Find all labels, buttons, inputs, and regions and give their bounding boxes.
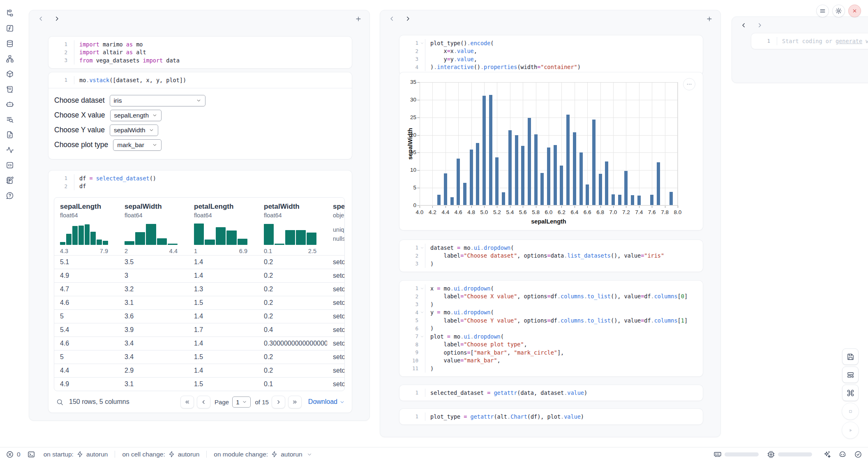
keyboard-shortcuts-button[interactable] [842,385,859,401]
column-next-icon[interactable] [53,15,60,22]
menu-button[interactable] [816,5,829,17]
chart-bar [579,152,583,205]
table-cell: 0.2 [258,256,327,269]
column-next-icon[interactable] [756,22,763,29]
y-value-select[interactable]: sepalWidth [110,124,158,136]
file-tree-icon[interactable] [6,9,14,17]
fold-spacer [419,350,425,355]
chart-bar [599,174,602,205]
last-page-button[interactable] [288,396,302,408]
chart-actions-button[interactable] [683,78,695,90]
line-number: 1 [48,175,67,181]
error-count-badge[interactable]: 0 [6,450,21,459]
table-row[interactable]: 4.931.40.2setosa [54,269,344,282]
table-row[interactable]: 53.41.50.2setosa [54,350,344,364]
table-row[interactable]: 4.63.41.40.30000000000000004setosa [54,337,344,350]
table-row[interactable]: 53.61.40.2setosa [54,309,344,323]
table-cell: 3.5 [119,256,188,269]
first-page-button[interactable] [180,396,194,408]
package-icon[interactable] [6,70,14,78]
save-button[interactable] [842,348,859,365]
help-icon[interactable] [6,191,14,200]
column-header-sepalWidth[interactable]: sepalWidthfloat64 24.4 [119,198,188,255]
copilot-icon[interactable] [838,450,847,459]
run-button[interactable] [842,422,859,439]
plot-type-select[interactable]: mark_bar [113,139,162,151]
column-prev-icon[interactable] [37,15,44,22]
zap-icon [168,451,175,458]
cell-imports: 1import marimo as mo2import altair as al… [48,37,352,68]
code-editor[interactable]: 1mo.vstack([dataset, x, y, plot]) [48,72,352,88]
shutdown-button[interactable] [848,5,861,17]
layout-button[interactable] [842,366,859,383]
table-row[interactable]: 4.63.11.50.2setosa [54,296,344,309]
next-page-button[interactable] [272,396,285,408]
chart-bar [476,143,479,205]
chart-bar [605,161,608,205]
page-select[interactable]: 1 [232,396,251,408]
column-histogram [125,221,178,245]
altair-chart[interactable]: 4.04.24.44.64.85.05.25.45.65.86.06.26.46… [399,72,703,230]
table-cell: 4.4 [54,364,119,377]
chevron-down-icon [307,452,312,457]
chevron-down-icon [152,113,157,118]
x-value-label: Choose X value [54,111,105,120]
logs-icon[interactable] [6,85,14,93]
snippets-icon[interactable] [6,131,14,139]
tracing-icon[interactable] [6,146,14,154]
table-cell: setosa [327,350,345,364]
prev-page-button[interactable] [197,396,210,408]
runtime-config-2[interactable]: on module change: autorun [214,451,312,458]
column-header-petalWidth[interactable]: petalWidthfloat64 0.12.5 [258,198,327,255]
table-row[interactable]: 4.93.11.50.1setosa [54,377,344,391]
notebook-column-2: 1plot_type().encode(2 x=x.value,3 y=y.va… [380,10,721,437]
code-editor[interactable]: 1 Start coding or generate with [751,33,868,49]
line-number: 4 [399,64,418,70]
chart-bar [508,130,512,205]
terminal-icon[interactable] [27,450,35,459]
connection-status-icon[interactable] [854,450,862,459]
scratchpad-icon[interactable] [6,115,14,124]
runtime-config-0[interactable]: on startup: autorun [44,451,108,458]
code-editor[interactable]: 1selected_dataset = getattr(data, datase… [399,385,703,401]
chatbot-icon[interactable] [6,100,14,108]
code-icon[interactable] [6,161,14,169]
chart-bar [547,148,550,205]
add-cell-icon[interactable] [355,15,362,23]
generate-link[interactable]: generate [836,38,862,44]
code-editor[interactable]: 1dataset = mo.ui.dropdown(2 label="Choos… [399,240,703,272]
code-editor[interactable]: 1plot_type = getattr(alt.Chart(df), plot… [399,409,703,424]
dependency-graph-icon[interactable] [6,55,14,63]
line-number: 3 [399,301,418,307]
database-icon[interactable] [6,39,14,48]
code-editor[interactable]: 1import marimo as mo2import altair as al… [48,37,352,68]
code-editor[interactable]: 1df = selected_dataset()2df [48,171,352,194]
table-row[interactable]: 4.42.91.40.2setosa [54,364,344,377]
table-row[interactable]: 4.73.21.30.2setosa [54,282,344,296]
function-icon[interactable] [6,24,14,32]
column-header-species[interactable]: speciesobjectunique:nulls: [327,198,345,255]
table-row[interactable]: 5.43.91.70.4setosa [54,323,344,337]
column-prev-icon[interactable] [740,22,747,29]
download-button[interactable]: Download [308,398,345,406]
ram-usage-meter [725,452,759,456]
column-header-sepalLength[interactable]: sepalLengthfloat64 4.37.9 [54,198,119,255]
code-editor[interactable]: 1x = mo.ui.dropdown(2 label="Choose X va… [399,281,703,376]
status-bar: 0 on startup: autorun on cell change: au… [0,447,868,461]
stop-button[interactable] [842,403,859,420]
notebook-icon[interactable] [6,176,14,184]
code-editor[interactable]: 1plot_type().encode(2 x=x.value,3 y=y.va… [399,35,703,75]
column-prev-icon[interactable] [388,15,395,22]
runtime-config-1[interactable]: on cell change: autorun [122,451,199,458]
column-header-petalLength[interactable]: petalLengthfloat64 16.9 [188,198,258,255]
column-next-icon[interactable] [404,15,411,22]
sparkles-icon[interactable] [823,450,831,459]
x-value-select[interactable]: sepalLength [110,110,162,121]
settings-button[interactable] [832,5,845,17]
chart-bar [618,195,621,205]
search-icon[interactable] [56,398,64,406]
table-row[interactable]: 5.13.51.40.2setosa [54,255,344,269]
table-cell: setosa [327,323,345,337]
dataset-select[interactable]: iris [110,95,205,106]
add-cell-icon[interactable] [706,15,713,23]
